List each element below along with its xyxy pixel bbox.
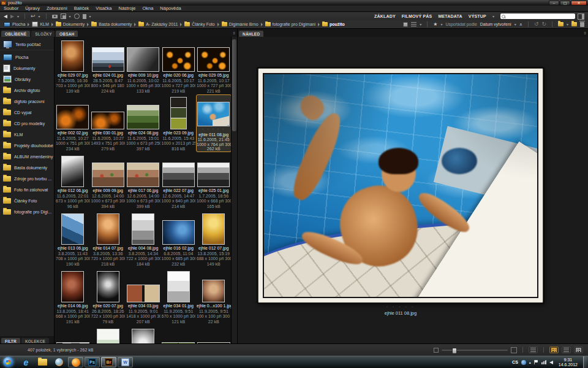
thumbnail-cell[interactable]: ejhle 020 07.jpg26.8.2005, 18:26722 x 10… xyxy=(91,267,126,325)
thumbnail-cell[interactable]: ejhle 017 06.jpg12.6.2005, 14:001000 x 6… xyxy=(126,152,161,210)
thumbnail-cell[interactable]: ejhle 022 07.jpg12.6.2005, 14:471000 x 6… xyxy=(161,152,197,210)
sidebar-item-cd-pro-modelky[interactable]: CD pro modelky xyxy=(0,118,54,129)
boomerang-icon[interactable]: ↩ xyxy=(31,13,36,19)
menu-nápověda[interactable]: Nápověda xyxy=(160,6,181,11)
photo-thumbnail[interactable] xyxy=(197,163,230,187)
breadcrumb-item[interactable]: A- Zakázky 2011 xyxy=(138,22,178,26)
grid-scrollbar[interactable] xyxy=(231,37,237,344)
photo-thumbnail[interactable] xyxy=(162,220,195,245)
sort-value[interactable]: Datum vytvoření xyxy=(480,22,511,26)
maximize-button[interactable]: ▢ xyxy=(560,1,570,6)
breadcrumb-item[interactable]: Dokumenty xyxy=(56,22,85,26)
grid-view-icon[interactable] xyxy=(403,22,408,27)
action-center-flag-icon[interactable] xyxy=(534,360,538,364)
thumbnail-cell[interactable]: ejhle 002 02.jpg11.6.2005, 10:271000 x 7… xyxy=(55,94,91,152)
breadcrumb-item[interactable]: Digimánie Brno xyxy=(222,22,258,26)
thumbnail-cell[interactable]: ejhle 009 10.jpg11.6.2005, 10:021000 x 6… xyxy=(126,37,161,94)
output-dropdown-icon[interactable]: ▾ xyxy=(89,15,91,18)
workspace-filmový-pás[interactable]: FILMOVÝ PÁS xyxy=(402,14,432,18)
photo-thumbnail[interactable] xyxy=(162,47,195,72)
thumbnail-size-slider[interactable] xyxy=(442,350,508,351)
sidebar-item-digfoto-pracovn-[interactable]: digfoto pracovní xyxy=(0,96,54,107)
copy-dropdown-icon[interactable]: ▾ xyxy=(69,15,71,18)
photo-thumbnail[interactable] xyxy=(132,329,154,344)
view-thumbnails-button[interactable] xyxy=(549,347,559,353)
sidebar-item-fotografie-pro-digi-[interactable]: fotografie pro Digi... xyxy=(0,206,54,217)
taskbar-bridge[interactable]: Br xyxy=(101,357,116,367)
panel-menu-icon[interactable]: ≡ xyxy=(584,31,586,35)
sidebar-item-klm[interactable]: KLM xyxy=(0,129,54,140)
photo-thumbnail[interactable] xyxy=(127,163,159,187)
sidebar-item-basta-dokumenty[interactable]: Basta dokumenty xyxy=(0,162,54,173)
taskbar-windows-explorer[interactable] xyxy=(35,357,50,367)
thumbnail-cell[interactable]: ejhle 023 09.jpg11.6.2005, 15:431000 x 2… xyxy=(161,94,197,152)
start-button[interactable] xyxy=(3,357,13,367)
close-button[interactable]: ✕ xyxy=(571,1,587,6)
thumbnail-cell[interactable]: ejhle 024 01.jpg28.5.2005, 8:47800 x 546… xyxy=(91,37,126,94)
photo-thumbnail[interactable] xyxy=(202,213,225,245)
trash-icon[interactable] xyxy=(580,22,584,27)
lock-grid-button[interactable] xyxy=(529,347,538,353)
thumbnail-cell[interactable]: ejhle 014 06.jpg13.8.2005, 18:41668 x 10… xyxy=(55,267,91,325)
breadcrumb-item[interactable]: Basta dokumenty xyxy=(91,22,132,26)
preview-rating-dots[interactable]: · · · · · xyxy=(258,305,543,309)
thumbnail-cell[interactable]: ejhle 034 01.jpg11.9.2005, 9:51670 x 100… xyxy=(161,267,197,325)
photo-thumbnail[interactable] xyxy=(97,271,119,302)
open-folder-icon[interactable] xyxy=(558,22,564,26)
view-list-button[interactable] xyxy=(574,347,583,353)
thumbnail-cell[interactable]: ejhle 024 08.jpg11.6.2005, 15:011000 x 6… xyxy=(126,94,161,152)
sort-ascending-icon[interactable]: ∧ xyxy=(519,22,522,26)
sidebar-item-zdroje-pro-tvorbu-[interactable]: Zdroje pro tvorbu ... xyxy=(0,173,54,184)
forward-button[interactable] xyxy=(10,15,14,18)
photo-thumbnail[interactable] xyxy=(162,163,195,187)
compact-mode-icon[interactable] xyxy=(578,13,584,20)
taskbar-clock[interactable]: 9:31 14.6.2012 xyxy=(559,358,578,367)
rotate-cw-icon[interactable]: ↻ xyxy=(541,21,546,27)
tab-folders[interactable]: SLOŽKY xyxy=(31,31,56,37)
search-input[interactable] xyxy=(507,14,568,19)
menu-nástroje[interactable]: Nástroje xyxy=(118,6,135,11)
photo-thumbnail[interactable] xyxy=(170,97,187,129)
thumbnail-cell[interactable]: ejhle 020 06.jpg11.6.2005, 10:171000 x 7… xyxy=(161,37,197,94)
thumbnail-cell[interactable]: ejhle 013 06.jpg3.8.2005, 11:43708 x 100… xyxy=(55,210,91,267)
photo-thumbnail[interactable] xyxy=(91,112,124,129)
sort-dropdown-icon[interactable]: ▾ xyxy=(514,23,516,26)
tab-preview[interactable]: NÁHLED xyxy=(239,31,263,37)
photo-thumbnail[interactable] xyxy=(127,285,160,302)
menu-zobrazení[interactable]: Zobrazení xyxy=(47,6,67,11)
photo-thumbnail[interactable] xyxy=(61,40,84,72)
view-details-button[interactable] xyxy=(562,347,571,353)
taskbar-internet-explorer[interactable]: e xyxy=(18,357,34,367)
rotate-ccw-icon[interactable]: ↺ xyxy=(534,21,539,27)
sidebar-item-plocha[interactable]: Plocha xyxy=(0,52,54,63)
sidebar-item-archiv-digfoto[interactable]: Archiv digfoto xyxy=(0,85,54,96)
back-button[interactable] xyxy=(4,15,7,18)
get-photos-camera-icon[interactable] xyxy=(52,15,58,18)
preview-photo[interactable] xyxy=(263,73,538,298)
photo-thumbnail[interactable] xyxy=(97,213,119,245)
sidebar-item-foto-fin-z-lohovat[interactable]: Foto fin zálohovat xyxy=(0,184,54,195)
thumbnail-cell[interactable]: ejhle 004 08.jpg3.8.2005, 14:34722 x 100… xyxy=(126,210,161,267)
workspace-dropdown-icon[interactable]: ▾ xyxy=(492,15,494,18)
thumbnail-cell[interactable]: ejhle 012 06.jpg11.6.2005, 22:01673 x 10… xyxy=(55,152,91,210)
thumbnail-cell[interactable]: ejhle 029 05.jpg11.6.2005, 10:171000 x 7… xyxy=(196,37,232,94)
photo-thumbnail[interactable] xyxy=(202,280,225,302)
menu-soubor[interactable]: Soubor xyxy=(4,6,18,11)
boomerang-dropdown-icon[interactable]: ▾ xyxy=(39,15,40,18)
taskbar-photoshop[interactable]: Ps xyxy=(85,357,100,367)
hidden-icons-icon[interactable]: ▴ xyxy=(529,361,531,364)
thumbnail-cell[interactable] xyxy=(161,325,197,344)
taskbar-word[interactable]: W xyxy=(118,357,133,367)
breadcrumb-item[interactable]: Plocha xyxy=(4,22,25,27)
breadcrumb-item[interactable]: KLM xyxy=(32,21,48,27)
photo-thumbnail[interactable] xyxy=(92,163,124,187)
thumbnail-cell[interactable]: ejhle 012 07.jpg13.8.2005, 15:19688 x 10… xyxy=(196,210,232,267)
menu-úpravy[interactable]: Úpravy xyxy=(25,6,40,11)
sidebar-item-obr-zky[interactable]: Obrázky xyxy=(0,74,54,85)
thumbnail-rating-dots[interactable]: · · · · · xyxy=(202,128,225,131)
panel-menu-icon[interactable]: ≡ xyxy=(233,31,235,35)
star-filter-icon[interactable]: ★ xyxy=(433,22,437,27)
photo-thumbnail[interactable] xyxy=(61,156,84,187)
minimize-button[interactable]: – xyxy=(549,1,559,6)
search-box[interactable] xyxy=(500,13,575,19)
